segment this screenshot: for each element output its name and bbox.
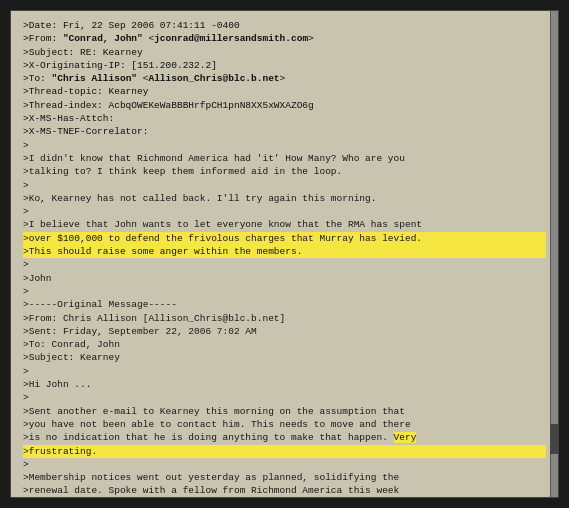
email-highlight-line-2: >This should raise some anger within the… [23,245,546,258]
email-thread-topic: >Thread-topic: Kearney [23,85,546,98]
email-blank-3: > [23,205,546,218]
email-body-line-2: >talking to? I think keep them informed … [23,165,546,178]
email-orig-body-1: >Sent another e-mail to Kearney this mor… [23,405,546,418]
email-thread-index: >Thread-index: AcbqOWEKeWaBBBHrfpCH1pnN8… [23,99,546,112]
email-blank-8: > [23,458,546,471]
email-date-line: >Date: Fri, 22 Sep 2006 07:41:11 -0400 [23,19,546,32]
scrollbar[interactable] [550,11,558,497]
email-orig-to: >To: Conrad, John [23,338,546,351]
email-has-attach: >X-MS-Has-Attch: [23,112,546,125]
email-blank-2: > [23,179,546,192]
email-originating-ip: >X-Originating-IP: [151.200.232.2] [23,59,546,72]
email-from-line: >From: "Conrad, John" <jconrad@millersan… [23,32,546,45]
email-orig-body-3: >is no indication that he is doing anyth… [23,431,546,444]
email-orig-body-4: >frustrating. [23,445,546,458]
email-body-line-4: >I believe that John wants to let everyo… [23,218,546,231]
email-orig-body-6: >renewal date. Spoke with a fellow from … [23,484,546,497]
email-tnef: >X-MS-TNEF-Correlator: [23,125,546,138]
email-blank-4: > [23,258,546,271]
scrollbar-thumb[interactable] [550,424,558,454]
email-orig-sent: >Sent: Friday, September 22, 2006 7:02 A… [23,325,546,338]
email-blank-7: > [23,391,546,404]
email-to-line: >To: "Chris Allison" <Allison_Chris@blc.… [23,72,546,85]
email-orig-from: >From: Chris Allison [Allison_Chris@blc.… [23,312,546,325]
email-blank-6: > [23,365,546,378]
email-orig-greeting: >Hi John ... [23,378,546,391]
email-blank-5: > [23,285,546,298]
email-body-line-3: >Ko, Kearney has not called back. I'll t… [23,192,546,205]
email-orig-separator: >-----Original Message----- [23,298,546,311]
email-highlight-line-1: >over $100,000 to defend the frivolous c… [23,232,546,245]
email-orig-subject: >Subject: Kearney [23,351,546,364]
email-orig-body-5: >Membership notices went out yesterday a… [23,471,546,484]
email-subject-line: >Subject: RE: Kearney [23,46,546,59]
email-body[interactable]: >Date: Fri, 22 Sep 2006 07:41:11 -0400 >… [11,11,558,497]
document-container: >Date: Fri, 22 Sep 2006 07:41:11 -0400 >… [10,10,559,498]
email-body-line-1: >I didn't know that Richmond America had… [23,152,546,165]
email-blank-1: > [23,139,546,152]
email-signature-john: >John [23,272,546,285]
email-orig-body-2: >you have not been able to contact him. … [23,418,546,431]
